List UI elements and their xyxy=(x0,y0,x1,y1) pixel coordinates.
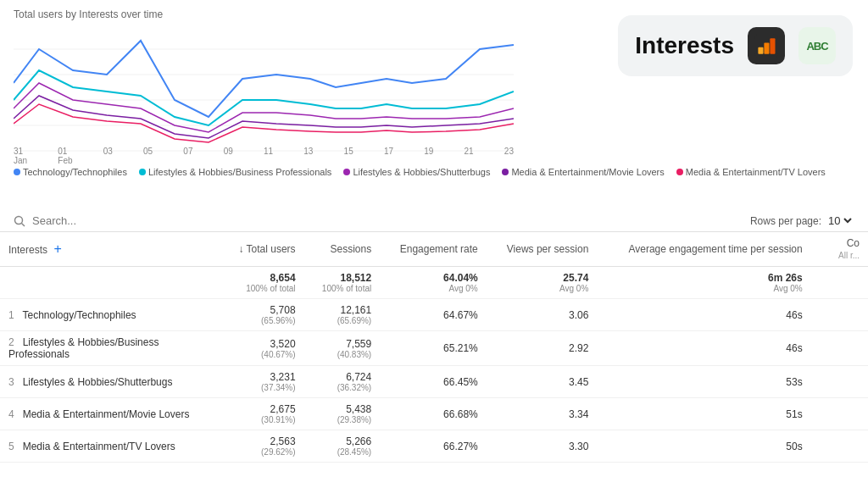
row-interests-3: 3 Lifestyles & Hobbies/Shutterbugs xyxy=(0,366,209,398)
row-avg-3: 53s xyxy=(597,366,810,398)
sort-arrow-icon: ↓ xyxy=(238,243,246,255)
row-avg-5: 50s xyxy=(597,430,810,463)
row-sessions-4: 5,438 (29.38%) xyxy=(304,398,381,430)
row-interests-5: 5 Media & Entertainment/TV Lovers xyxy=(0,430,209,463)
row-engagement-1: 64.67% xyxy=(380,299,487,331)
row-avg-4: 51s xyxy=(597,398,810,430)
row-views-4: 3.34 xyxy=(487,398,598,430)
search-input[interactable] xyxy=(32,214,253,227)
row-co-5 xyxy=(811,430,868,463)
table-header-row: Interests + ↓ Total users Sessions Engag… xyxy=(0,232,868,267)
search-bar: Rows per page: 10 25 50 xyxy=(0,210,868,232)
row-avg-2: 46s xyxy=(597,331,810,366)
row-sessions-3: 6,724 (36.32%) xyxy=(304,366,381,398)
rows-per-page-select[interactable]: 10 25 50 xyxy=(825,214,854,228)
col-header-interests: Interests + xyxy=(0,232,209,267)
svg-line-10 xyxy=(22,223,25,226)
totals-total-users: 8,654 100% of total xyxy=(209,267,304,299)
svg-rect-3 xyxy=(770,38,775,53)
table-row: 4 Media & Entertainment/Movie Lovers 2,6… xyxy=(0,398,868,430)
legend-item-biz: Lifestyles & Hobbies/Business Profession… xyxy=(139,167,331,177)
row-interests-1: 1 Technology/Technophiles xyxy=(0,299,209,331)
row-interests-4: 4 Media & Entertainment/Movie Lovers xyxy=(0,398,209,430)
legend-dot-shutterbugs xyxy=(343,169,350,175)
col-header-co: CoAll r... xyxy=(811,232,868,267)
row-interests-2: 2 Lifestyles & Hobbies/Business Professi… xyxy=(0,331,209,366)
row-engagement-5: 66.27% xyxy=(380,430,487,463)
col-header-engagement: Engagement rate xyxy=(380,232,487,267)
data-table: Interests + ↓ Total users Sessions Engag… xyxy=(0,232,868,463)
page: Interests ABC Total users by Interests o… xyxy=(0,0,868,488)
totals-views: 25.74 Avg 0% xyxy=(487,267,598,299)
table-row: 5 Media & Entertainment/TV Lovers 2,563 … xyxy=(0,430,868,463)
row-total-users-2: 3,520 (40.67%) xyxy=(209,331,304,366)
row-avg-1: 46s xyxy=(597,299,810,331)
svg-rect-2 xyxy=(764,43,769,54)
row-co-2 xyxy=(811,331,868,366)
legend-dot-biz xyxy=(139,169,146,175)
legend-item-tech: Technology/Technophiles xyxy=(14,167,127,177)
legend-dot-tech xyxy=(14,169,20,175)
row-co-1 xyxy=(811,299,868,331)
row-total-users-3: 3,231 (37.34%) xyxy=(209,366,304,398)
legend-item-shutterbugs: Lifestyles & Hobbies/Shutterbugs xyxy=(343,167,490,177)
totals-label xyxy=(0,267,209,299)
row-engagement-3: 66.45% xyxy=(380,366,487,398)
sheets-icon[interactable]: ABC xyxy=(798,27,836,64)
table-row: 2 Lifestyles & Hobbies/Business Professi… xyxy=(0,331,868,366)
row-total-users-5: 2,563 (29.62%) xyxy=(209,430,304,463)
row-views-3: 3.45 xyxy=(487,366,598,398)
row-engagement-4: 66.68% xyxy=(380,398,487,430)
page-title: Interests xyxy=(635,32,734,59)
totals-engagement-rate: 64.04% Avg 0% xyxy=(380,267,487,299)
col-header-sessions: Sessions xyxy=(304,232,381,267)
table-section: Rows per page: 10 25 50 Interests + ↓ To… xyxy=(0,210,868,488)
row-views-1: 3.06 xyxy=(487,299,598,331)
col-header-views: Views per session xyxy=(487,232,598,267)
totals-co xyxy=(811,267,868,299)
add-interests-button[interactable]: + xyxy=(50,241,64,257)
totals-sessions: 18,512 100% of total xyxy=(304,267,381,299)
totals-avg-engagement: 6m 26s Avg 0% xyxy=(597,267,810,299)
rows-per-page: Rows per page: 10 25 50 xyxy=(750,214,854,228)
search-icon xyxy=(14,215,25,227)
row-sessions-1: 12,161 (65.69%) xyxy=(304,299,381,331)
col-header-avg-engagement: Average engagement time per session xyxy=(597,232,810,267)
row-co-4 xyxy=(811,398,868,430)
row-co-3 xyxy=(811,366,868,398)
legend-dot-tv xyxy=(676,169,683,175)
row-total-users-4: 2,675 (30.91%) xyxy=(209,398,304,430)
legend-item-tv: Media & Entertainment/TV Lovers xyxy=(676,167,826,177)
col-header-total-users: ↓ Total users xyxy=(209,232,304,267)
row-sessions-5: 5,266 (28.45%) xyxy=(304,430,381,463)
row-views-5: 3.30 xyxy=(487,430,598,463)
table-row: 1 Technology/Technophiles 5,708 (65.96%)… xyxy=(0,299,868,331)
totals-row: 8,654 100% of total 18,512 100% of total… xyxy=(0,267,868,299)
row-total-users-1: 5,708 (65.96%) xyxy=(209,299,304,331)
table-row: 3 Lifestyles & Hobbies/Shutterbugs 3,231… xyxy=(0,366,868,398)
svg-point-9 xyxy=(15,216,23,224)
svg-rect-1 xyxy=(758,47,763,54)
legend-item-movie: Media & Entertainment/Movie Lovers xyxy=(502,167,664,177)
row-sessions-2: 7,559 (40.83%) xyxy=(304,331,381,366)
legend-dot-movie xyxy=(502,169,509,175)
row-views-2: 2.92 xyxy=(487,331,598,366)
row-engagement-2: 65.21% xyxy=(380,331,487,366)
looker-icon[interactable] xyxy=(748,27,785,64)
header-card: Interests ABC xyxy=(618,15,853,76)
